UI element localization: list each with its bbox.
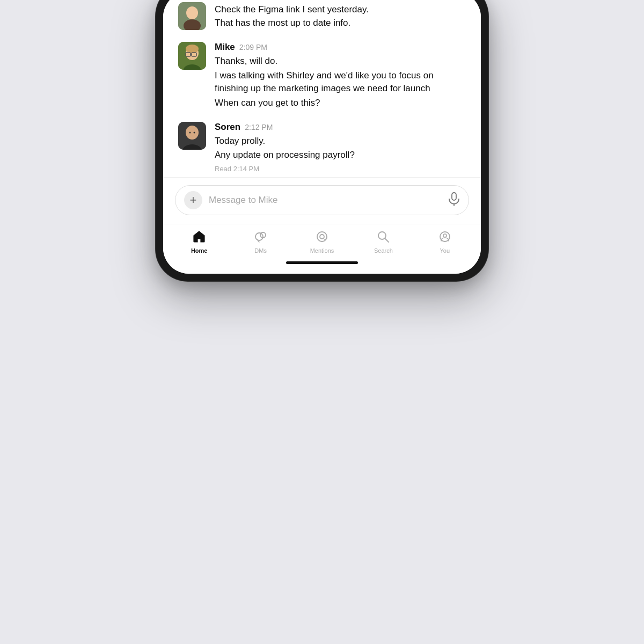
partial-message-line1: Check the Figma link I sent yesterday. [215,3,466,17]
tab-mentions[interactable]: Mentions [291,230,353,254]
dms-icon [254,230,268,246]
mentions-tab-label: Mentions [310,247,334,254]
tab-search[interactable]: Search [353,230,414,254]
partial-avatar-face [178,2,206,30]
mentions-svg [315,230,329,244]
tab-bar: Home DMs [163,224,481,257]
svg-rect-17 [452,193,456,200]
add-attachment-button[interactable]: + [184,191,202,209]
partial-message-content: Check the Figma link I sent yesterday. T… [215,2,466,30]
svg-line-24 [385,238,389,242]
soren-avatar-face [178,122,206,150]
phone-wrapper: Check the Figma link I sent yesterday. T… [156,0,488,281]
partial-message-line2: That has the most up to date info. [215,17,466,30]
read-receipt: Read 2:14 PM [215,165,466,173]
mic-svg [448,192,460,206]
home-icon [192,230,206,246]
soren-timestamp: 2:12 PM [245,123,273,131]
partial-avatar [178,2,206,30]
partial-message-row: Check the Figma link I sent yesterday. T… [178,2,466,30]
svg-point-19 [255,233,263,240]
mike-sender-name: Mike [215,42,235,53]
nav-pill [286,261,358,264]
soren-message-content: Soren 2:12 PM Today prolly. Any update o… [215,122,466,173]
page-background: Check the Figma link I sent yesterday. T… [0,0,644,644]
tab-you[interactable]: You [414,230,475,254]
microphone-icon[interactable] [448,192,460,208]
svg-point-26 [443,234,447,237]
svg-point-15 [194,131,195,133]
mike-avatar-face [178,42,206,70]
svg-point-22 [320,235,324,239]
svg-point-14 [189,131,191,133]
phone-screen: Check the Figma link I sent yesterday. T… [163,0,481,274]
soren-line1: Today prolly. [215,135,466,148]
mike-message-content: Mike 2:09 PM Thanks, will do. I was talk… [215,42,466,110]
soren-avatar [178,122,206,150]
svg-point-13 [186,130,199,135]
mike-line3: When can you get to this? [215,97,466,110]
message-input-area: + Message to Mike [163,177,481,224]
you-svg [438,230,452,244]
home-indicator-area [163,257,481,274]
soren-message-header: Soren 2:12 PM [215,122,466,133]
svg-point-1 [186,6,198,19]
message-input-placeholder[interactable]: Message to Mike [209,195,442,206]
soren-message-row: Soren 2:12 PM Today prolly. Any update o… [178,122,466,173]
mike-timestamp: 2:09 PM [239,43,267,52]
mike-line1: Thanks, will do. [215,55,466,68]
dms-svg [254,230,268,244]
mike-message-row: Mike 2:09 PM Thanks, will do. I was talk… [178,42,466,110]
chat-area: Check the Figma link I sent yesterday. T… [163,0,481,173]
you-tab-label: You [440,247,450,254]
soren-line2: Any update on processing payroll? [215,149,466,162]
input-bar[interactable]: + Message to Mike [175,185,469,215]
soren-sender-name: Soren [215,122,240,133]
mike-message-header: Mike 2:09 PM [215,42,466,53]
home-svg [192,230,206,244]
home-tab-label: Home [191,247,208,254]
plus-icon: + [190,194,197,206]
dms-tab-label: DMs [254,247,267,254]
svg-point-21 [317,232,327,241]
mike-avatar [178,42,206,70]
search-svg [376,230,390,244]
mentions-icon [315,230,329,246]
search-tab-label: Search [374,247,393,254]
tab-home[interactable]: Home [169,230,230,254]
you-icon [438,230,452,246]
phone-frame: Check the Figma link I sent yesterday. T… [156,0,488,281]
mike-line2: I was talking with Shirley and we'd like… [215,69,466,96]
svg-point-6 [186,45,199,53]
search-icon [376,230,390,246]
tab-dms[interactable]: DMs [230,230,291,254]
